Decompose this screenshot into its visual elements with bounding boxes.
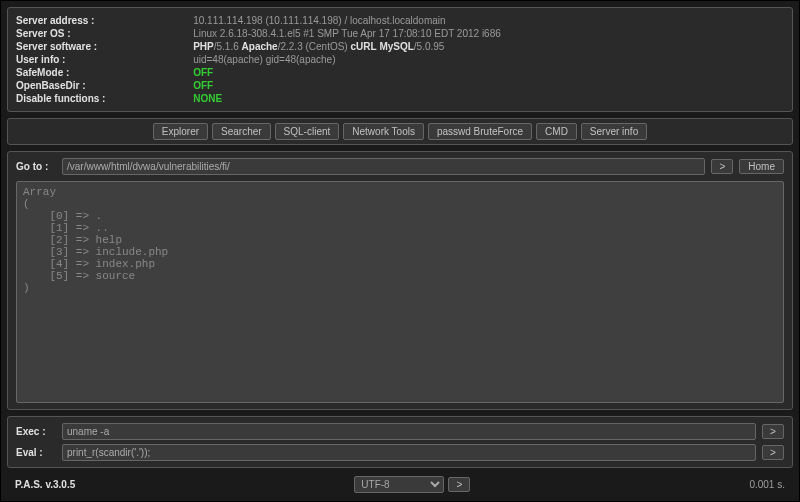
home-button[interactable]: Home (739, 159, 784, 174)
label-server-address: Server address : (16, 14, 193, 27)
encoding-go-button[interactable]: > (448, 477, 470, 492)
nav-cmd[interactable]: CMD (536, 123, 577, 140)
exec-input[interactable] (62, 423, 756, 440)
cmd-panel: Exec : > Eval : > (7, 416, 793, 468)
label-disable-functions: Disable functions : (16, 92, 193, 105)
info-table: Server address : 10.111.114.198 (10.111.… (16, 14, 784, 105)
exec-button[interactable]: > (762, 424, 784, 439)
nav-network-tools[interactable]: Network Tools (343, 123, 424, 140)
exec-row: Exec : > (16, 423, 784, 440)
row-server-address: Server address : 10.111.114.198 (10.111.… (16, 14, 784, 27)
eval-input[interactable] (62, 444, 756, 461)
nav-explorer[interactable]: Explorer (153, 123, 208, 140)
timing-label: 0.001 s. (749, 479, 785, 490)
nav-passwd-bruteforce[interactable]: passwd BruteForce (428, 123, 532, 140)
exec-label: Exec : (16, 426, 56, 437)
goto-button[interactable]: > (711, 159, 733, 174)
label-safemode: SafeMode : (16, 66, 193, 79)
label-server-software: Server software : (16, 40, 193, 53)
version-label: P.A.S. v.3.0.5 (15, 479, 75, 490)
eval-row: Eval : > (16, 444, 784, 461)
label-openbasedir: OpenBaseDir : (16, 79, 193, 92)
main-panel: Go to : > Home Array ( [0] => . [1] => .… (7, 151, 793, 410)
label-user-info: User info : (16, 53, 193, 66)
goto-input[interactable] (62, 158, 705, 175)
row-server-os: Server OS : Linux 2.6.18-308.4.1.el5 #1 … (16, 27, 784, 40)
value-server-software: PHP/5.1.6 Apache/2.2.3 (CentOS) cURL MyS… (193, 40, 784, 53)
nav-panel: Explorer Searcher SQL-client Network Too… (7, 118, 793, 145)
row-safemode: SafeMode : OFF (16, 66, 784, 79)
footer-bar: P.A.S. v.3.0.5 UTF-8 > 0.001 s. (7, 474, 793, 495)
value-server-address: 10.111.114.198 (10.111.114.198) / localh… (193, 14, 784, 27)
value-user-info: uid=48(apache) gid=48(apache) (193, 53, 784, 66)
value-server-os: Linux 2.6.18-308.4.1.el5 #1 SMP Tue Apr … (193, 27, 784, 40)
goto-row: Go to : > Home (16, 158, 784, 175)
nav-row: Explorer Searcher SQL-client Network Too… (12, 123, 788, 140)
encoding-select[interactable]: UTF-8 (354, 476, 444, 493)
eval-button[interactable]: > (762, 445, 784, 460)
eval-label: Eval : (16, 447, 56, 458)
nav-searcher[interactable]: Searcher (212, 123, 271, 140)
row-disable-functions: Disable functions : NONE (16, 92, 784, 105)
goto-label: Go to : (16, 161, 56, 172)
nav-sql-client[interactable]: SQL-client (275, 123, 340, 140)
value-disable-functions: NONE (193, 92, 784, 105)
server-info-panel: Server address : 10.111.114.198 (10.111.… (7, 7, 793, 112)
row-openbasedir: OpenBaseDir : OFF (16, 79, 784, 92)
label-server-os: Server OS : (16, 27, 193, 40)
output-area[interactable]: Array ( [0] => . [1] => .. [2] => help [… (16, 181, 784, 403)
value-safemode: OFF (193, 66, 784, 79)
nav-server-info[interactable]: Server info (581, 123, 647, 140)
value-openbasedir: OFF (193, 79, 784, 92)
row-server-software: Server software : PHP/5.1.6 Apache/2.2.3… (16, 40, 784, 53)
row-user-info: User info : uid=48(apache) gid=48(apache… (16, 53, 784, 66)
